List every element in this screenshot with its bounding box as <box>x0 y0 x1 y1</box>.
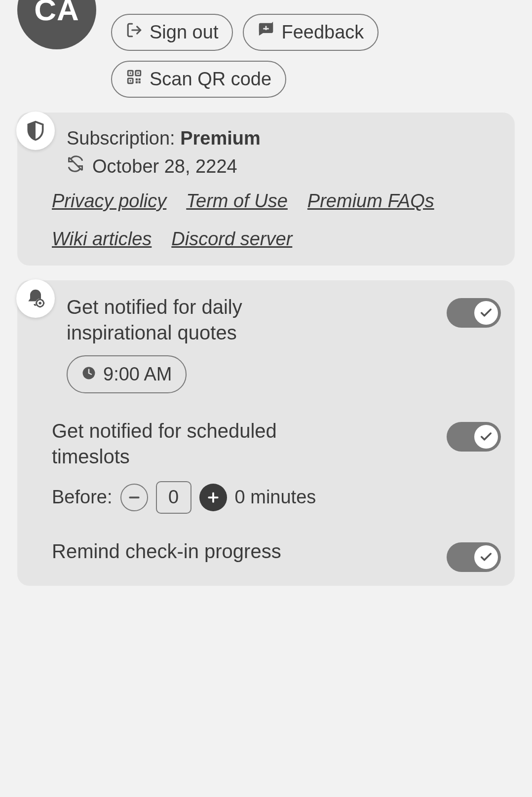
svg-rect-6 <box>130 73 131 74</box>
svg-line-13 <box>70 158 81 170</box>
timeslots-toggle[interactable] <box>447 422 501 452</box>
quotes-time-chip[interactable]: 9:00 AM <box>67 355 187 393</box>
checkin-notification-label: Remind check-in progress <box>52 538 281 564</box>
bell-settings-icon <box>16 279 55 318</box>
avatar[interactable]: CA <box>17 0 96 49</box>
clock-icon <box>81 362 96 386</box>
feedback-button[interactable]: Feedback <box>243 14 379 51</box>
sign-out-label: Sign out <box>150 22 218 43</box>
svg-rect-8 <box>130 80 131 81</box>
quotes-time-value: 9:00 AM <box>103 362 172 386</box>
before-summary: 0 minutes <box>235 485 316 509</box>
svg-rect-2 <box>264 28 269 30</box>
subscription-label: Subscription: <box>67 128 180 149</box>
qr-icon <box>126 69 143 90</box>
subscription-tier: Premium <box>180 128 261 149</box>
shield-icon <box>16 112 55 150</box>
subscription-date: October 28, 2224 <box>92 154 237 179</box>
svg-point-16 <box>38 302 41 304</box>
wiki-articles-link[interactable]: Wiki articles <box>52 227 152 251</box>
sync-off-icon <box>67 154 84 179</box>
before-value-input[interactable]: 0 <box>156 481 191 514</box>
feedback-icon <box>258 22 274 43</box>
quotes-notification-label: Get notified for daily inspirational quo… <box>67 294 353 345</box>
discord-server-link[interactable]: Discord server <box>171 227 292 251</box>
privacy-policy-link[interactable]: Privacy policy <box>52 189 166 213</box>
quotes-toggle[interactable] <box>447 298 501 328</box>
svg-rect-11 <box>136 81 138 83</box>
scan-qr-button[interactable]: Scan QR code <box>111 61 286 98</box>
notifications-card: Get notified for daily inspirational quo… <box>17 280 515 586</box>
svg-rect-12 <box>139 81 141 83</box>
sign-out-icon <box>126 22 143 43</box>
subscription-card: Subscription: Premium October 28, 2224 P… <box>17 113 515 266</box>
terms-of-use-link[interactable]: Term of Use <box>186 189 288 213</box>
svg-rect-9 <box>136 78 138 80</box>
before-increment-button[interactable] <box>199 484 227 511</box>
svg-rect-7 <box>137 73 139 74</box>
checkin-toggle[interactable] <box>447 542 501 572</box>
premium-faqs-link[interactable]: Premium FAQs <box>307 189 434 213</box>
svg-rect-10 <box>139 78 141 80</box>
before-decrement-button[interactable] <box>120 484 148 511</box>
feedback-label: Feedback <box>281 22 364 43</box>
before-label: Before: <box>52 485 113 509</box>
timeslots-notification-label: Get notified for scheduled timeslots <box>52 418 338 469</box>
scan-qr-label: Scan QR code <box>150 69 271 90</box>
sign-out-button[interactable]: Sign out <box>111 14 233 51</box>
